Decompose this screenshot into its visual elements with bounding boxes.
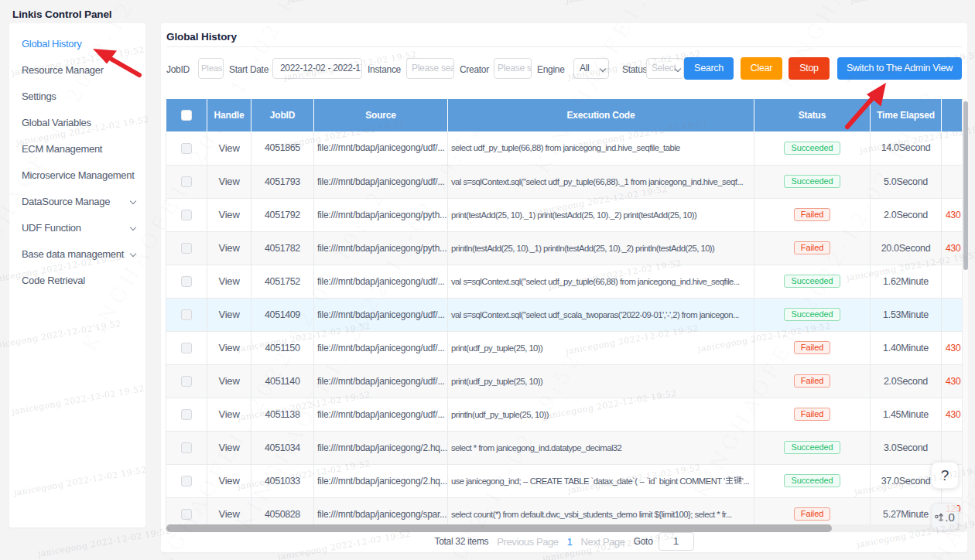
status-cell: Succeeded xyxy=(754,431,871,464)
row-select-cell xyxy=(166,364,207,398)
horizontal-scrollbar[interactable] xyxy=(166,524,967,532)
row-checkbox[interactable] xyxy=(181,409,192,420)
job-progress-button[interactable]: .0 xyxy=(931,503,959,531)
start-date-input[interactable]: 2022-12-02 - 2022-1 xyxy=(272,58,362,79)
source-cell: file:///mnt/bdap/janicegong/2.hq... xyxy=(314,464,448,497)
view-link[interactable]: View xyxy=(207,464,251,497)
select-all-checkbox[interactable] xyxy=(181,110,192,121)
source-cell: file:///mnt/bdap/janicegong/udf/... xyxy=(314,398,448,431)
row-select-cell xyxy=(166,165,207,198)
previous-page-button[interactable]: Previous Page xyxy=(497,536,558,548)
row-checkbox[interactable] xyxy=(181,276,192,287)
row-checkbox[interactable] xyxy=(181,376,192,387)
chevron-down-icon xyxy=(130,224,136,230)
row-checkbox[interactable] xyxy=(181,309,192,320)
sidebar-item[interactable]: Resource Manager xyxy=(9,57,145,84)
view-link[interactable]: View xyxy=(207,331,251,364)
heading-divider xyxy=(166,46,962,47)
error-code-cell xyxy=(942,298,963,331)
source-cell: file:///mnt/bdap/janicegong/pyth... xyxy=(314,198,448,231)
next-page-button[interactable]: Next Page xyxy=(581,536,625,548)
error-code-cell: 430 xyxy=(942,331,963,364)
sidebar-item[interactable]: Code Retrieval xyxy=(9,268,145,294)
job-count: .0 xyxy=(945,510,955,524)
view-link[interactable]: View xyxy=(207,431,251,464)
row-checkbox[interactable] xyxy=(181,509,192,520)
status-cell: Failed xyxy=(754,198,871,231)
status-cell: Succeeded xyxy=(754,131,871,165)
source-cell: file:///mnt/bdap/janicegong/pyth... xyxy=(314,231,448,265)
sidebar-item[interactable]: UDF Function xyxy=(9,215,145,241)
col-status: Status xyxy=(754,99,871,131)
page-title: Global History xyxy=(166,31,237,43)
view-link[interactable]: View xyxy=(207,265,251,298)
row-checkbox[interactable] xyxy=(181,343,192,353)
row-checkbox[interactable] xyxy=(181,442,192,453)
error-code-cell: 430 xyxy=(942,198,963,231)
select-all-header[interactable] xyxy=(166,99,207,131)
view-link[interactable]: View xyxy=(207,198,251,231)
view-link[interactable]: View xyxy=(207,131,251,165)
row-checkbox[interactable] xyxy=(181,176,192,187)
creator-label: Creator xyxy=(460,63,489,76)
col-source: Source xyxy=(314,99,448,131)
view-link[interactable]: View xyxy=(207,231,251,265)
current-page[interactable]: 1 xyxy=(567,536,573,548)
view-link[interactable]: View xyxy=(207,298,251,331)
start-date-label: Start Date xyxy=(229,63,269,76)
engine-select[interactable]: All xyxy=(573,58,609,79)
sidebar-item[interactable]: Base data management xyxy=(9,241,145,268)
error-code-cell xyxy=(942,165,963,198)
view-link[interactable]: View xyxy=(207,165,251,198)
vertical-scrollbar-thumb[interactable] xyxy=(963,101,968,270)
stop-button[interactable]: Stop xyxy=(789,57,830,80)
source-cell: file:///mnt/bdap/janicegong/udf/... xyxy=(314,298,448,331)
sidebar-item[interactable]: Global Variables xyxy=(9,110,145,136)
execution-code-cell: select udf_py_tuple(66,88) from janicego… xyxy=(448,131,754,165)
status-cell: Failed xyxy=(754,364,871,398)
row-select-cell xyxy=(166,198,207,231)
help-button[interactable]: ? xyxy=(931,462,959,489)
table-row: View 4051150 file:///mnt/bdap/janicegong… xyxy=(166,331,963,364)
status-cell: Succeeded xyxy=(754,464,871,497)
table-row: View 4051865 file:///mnt/bdap/janicegong… xyxy=(166,131,963,165)
table-row: View 4051034 file:///mnt/bdap/janicegong… xyxy=(166,431,963,464)
vertical-scrollbar[interactable] xyxy=(962,99,968,531)
row-checkbox[interactable] xyxy=(181,143,192,154)
view-link[interactable]: View xyxy=(207,398,251,431)
search-button[interactable]: Search xyxy=(684,57,734,80)
sidebar-item-label: DataSource Manage xyxy=(22,196,110,207)
sidebar-item[interactable]: Settings xyxy=(9,84,145,110)
error-code-cell: 430 xyxy=(942,231,963,265)
goto-page-input[interactable]: 1 xyxy=(659,532,694,551)
execution-code-cell: use janicegong_ind; -- CREATE TABLE `dat… xyxy=(448,464,754,497)
pagination: Total 32 items Previous Page 1 Next Page… xyxy=(161,532,967,551)
switch-admin-view-button[interactable]: Switch to The Admin View xyxy=(837,57,962,80)
horizontal-scrollbar-thumb[interactable] xyxy=(166,524,832,532)
row-checkbox[interactable] xyxy=(181,476,192,487)
sidebar-item[interactable]: Global History xyxy=(9,31,145,57)
sidebar-item[interactable]: ECM Management xyxy=(9,136,145,162)
sidebar-item[interactable]: DataSource Manage xyxy=(9,189,145,215)
row-checkbox[interactable] xyxy=(181,210,192,220)
col-error xyxy=(942,99,963,131)
view-link[interactable]: View xyxy=(207,364,251,398)
time-elapsed-cell: 14.0Second xyxy=(871,131,942,165)
jobid-input[interactable]: Pleas xyxy=(198,58,224,79)
jobid-cell: 4051865 xyxy=(251,131,314,165)
row-select-cell xyxy=(166,231,207,265)
clear-button[interactable]: Clear xyxy=(741,57,782,80)
sidebar-item[interactable]: Microservice Management xyxy=(9,162,145,189)
status-select[interactable]: Select xyxy=(646,58,684,79)
watermark-text: janicegong 2022-12-02 19:52 xyxy=(286,0,421,5)
creator-input[interactable]: Please s xyxy=(494,58,532,79)
status-badge: Succeeded xyxy=(784,474,840,487)
status-cell: Failed xyxy=(754,331,871,364)
execution-code-cell: val s=sqlContext.sql("select udf_py_tupl… xyxy=(448,265,754,298)
sidebar-item-label: UDF Function xyxy=(22,222,81,234)
time-elapsed-cell: 1.53Minute xyxy=(871,298,942,331)
instance-input[interactable]: Please sea xyxy=(406,58,454,79)
source-cell: file:///mnt/bdap/janicegong/udf/... xyxy=(314,364,448,398)
pagination-total: Total 32 items xyxy=(434,536,488,547)
row-checkbox[interactable] xyxy=(181,243,192,254)
